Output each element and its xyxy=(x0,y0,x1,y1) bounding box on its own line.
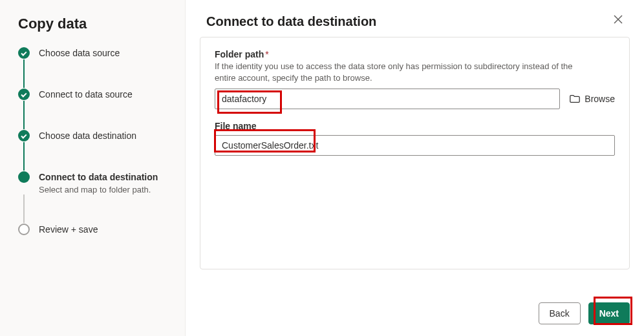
step-label: Choose data destination xyxy=(39,129,136,142)
file-name-input[interactable] xyxy=(215,135,615,156)
file-name-label: File name xyxy=(215,121,615,131)
current-step-icon xyxy=(18,171,30,183)
check-icon xyxy=(18,89,30,100)
step-sublabel: Select and map to folder path. xyxy=(39,185,158,194)
step-review-save[interactable]: Review + save xyxy=(18,223,172,236)
step-connect-source[interactable]: Connect to data source xyxy=(18,88,172,101)
wizard-steps: Choose data source Connect to data sourc… xyxy=(18,47,172,236)
form-panel: Folder path* If the identity you use to … xyxy=(200,37,630,269)
step-choose-destination[interactable]: Choose data destination xyxy=(18,129,172,142)
step-connector xyxy=(23,59,25,88)
file-name-field: File name xyxy=(215,121,615,156)
step-connector xyxy=(23,101,25,129)
check-icon xyxy=(18,47,30,59)
footer: Back Next xyxy=(186,295,644,336)
folder-path-field: Folder path* If the identity you use to … xyxy=(215,49,615,109)
check-icon xyxy=(18,130,30,142)
main-header: Connect to data destination xyxy=(186,0,644,37)
browse-label: Browse xyxy=(585,94,615,104)
step-label: Connect to data destination xyxy=(39,171,158,184)
folder-path-label: Folder path xyxy=(215,49,264,59)
step-label: Choose data source xyxy=(39,47,120,59)
required-mark: * xyxy=(265,49,268,59)
close-icon[interactable] xyxy=(613,14,623,25)
next-button[interactable]: Next xyxy=(588,302,630,324)
browse-button[interactable]: Browse xyxy=(569,93,615,105)
back-button[interactable]: Back xyxy=(539,302,581,324)
step-label: Connect to data source xyxy=(39,88,133,101)
step-connector xyxy=(23,194,25,223)
step-choose-source[interactable]: Choose data source xyxy=(18,47,172,59)
wizard-sidebar: Copy data Choose data source Connect to … xyxy=(0,0,186,336)
main-panel: Connect to data destination Folder path*… xyxy=(186,0,644,336)
step-label: Review + save xyxy=(39,223,98,236)
wizard-title: Copy data xyxy=(18,16,172,32)
step-connector xyxy=(23,142,25,171)
folder-path-input[interactable] xyxy=(215,89,560,109)
page-title: Connect to data destination xyxy=(206,14,376,29)
folder-icon xyxy=(569,93,581,105)
step-connect-destination[interactable]: Connect to data destination Select and m… xyxy=(18,171,172,194)
folder-path-help: If the identity you use to access the da… xyxy=(215,61,577,83)
future-step-icon xyxy=(18,224,30,235)
